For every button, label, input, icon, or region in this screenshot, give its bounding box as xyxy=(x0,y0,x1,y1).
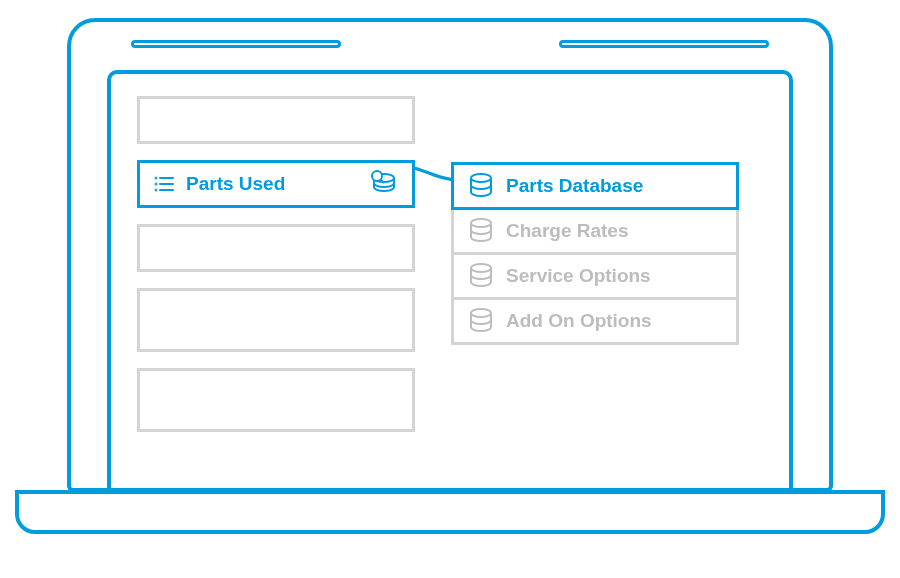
db-option-label: Add On Options xyxy=(506,310,652,332)
db-option-label: Parts Database xyxy=(506,175,643,197)
left-column: Parts Used xyxy=(137,96,415,488)
laptop-base xyxy=(15,490,885,534)
db-option-label: Charge Rates xyxy=(506,220,629,242)
database-icon xyxy=(468,263,494,289)
list-icon xyxy=(154,176,174,192)
speaker-grille-left xyxy=(131,40,341,48)
database-icon xyxy=(468,173,494,199)
db-option-label: Service Options xyxy=(506,265,651,287)
placeholder-slot xyxy=(137,224,415,272)
svg-point-11 xyxy=(471,264,491,272)
right-column: Parts Database Charge Rates xyxy=(451,162,739,488)
parts-used-row[interactable]: Parts Used xyxy=(137,160,415,208)
svg-point-2 xyxy=(156,184,157,185)
svg-point-4 xyxy=(156,190,157,191)
parts-used-label: Parts Used xyxy=(186,173,285,195)
database-search-icon xyxy=(368,170,398,198)
speaker-grille-right xyxy=(559,40,769,48)
svg-point-12 xyxy=(471,309,491,317)
placeholder-slot xyxy=(137,96,415,144)
db-option-add-on-options[interactable]: Add On Options xyxy=(451,297,739,345)
database-icon xyxy=(468,218,494,244)
database-icon xyxy=(468,308,494,334)
svg-point-9 xyxy=(471,174,491,182)
db-option-charge-rates[interactable]: Charge Rates xyxy=(451,207,739,255)
laptop-frame: Parts Used xyxy=(67,18,833,534)
laptop-screen: Parts Used xyxy=(107,70,793,488)
db-option-service-options[interactable]: Service Options xyxy=(451,252,739,300)
svg-point-0 xyxy=(156,178,157,179)
svg-point-10 xyxy=(471,219,491,227)
placeholder-slot xyxy=(137,368,415,432)
placeholder-slot xyxy=(137,288,415,352)
db-option-parts-database[interactable]: Parts Database xyxy=(451,162,739,210)
laptop-lid: Parts Used xyxy=(67,18,833,492)
